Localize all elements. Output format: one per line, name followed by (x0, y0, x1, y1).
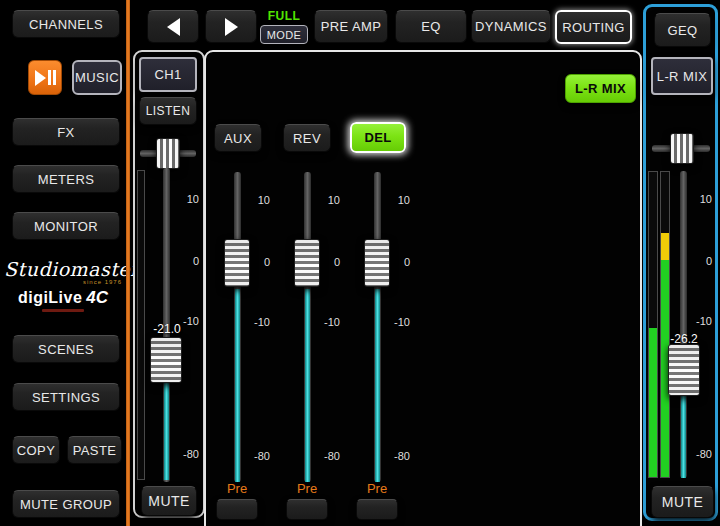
settings-label: SETTINGS (32, 390, 100, 405)
send-aux-pre-button[interactable] (216, 499, 258, 520)
channel-mute-label: MUTE (148, 493, 189, 509)
scenes-button[interactable]: SCENES (12, 335, 120, 363)
master-mute-label: MUTE (662, 494, 703, 510)
master-meter-right (660, 171, 670, 478)
brand-logo: Studiomaster since 1976 digiLive4C (4, 258, 122, 312)
bus-aux-button[interactable]: AUX (214, 124, 262, 152)
channels-label: CHANNELS (29, 17, 103, 32)
right-arrow-icon (225, 18, 238, 36)
scenes-label: SCENES (38, 342, 94, 357)
mode-button[interactable]: MODE (260, 25, 308, 44)
play-pause-button[interactable] (28, 60, 62, 95)
master-scale-plus10: 10 (684, 193, 712, 205)
channel-scale-zero: 0 (165, 255, 199, 267)
send-del-pre-label: Pre (357, 481, 397, 496)
sidebar-divider (126, 0, 130, 526)
channel-scale-minus80: -80 (165, 448, 199, 460)
listen-label: LISTEN (146, 104, 190, 118)
mode-state-label: FULL (258, 9, 310, 23)
lr-mix-assign-label: L-R MIX (575, 81, 626, 96)
sidebar: CHANNELS MUSIC FX METERS MONITOR Studiom… (0, 0, 126, 526)
send-aux-pre-label: Pre (217, 481, 257, 496)
send-rev-scale-zero: 0 (312, 256, 340, 268)
send-aux-scale-minus80: -80 (242, 450, 270, 462)
tab-routing[interactable]: ROUTING (555, 10, 632, 44)
send-del-scale-plus10: 10 (382, 194, 410, 206)
geq-button[interactable]: GEQ (654, 13, 711, 47)
master-meter-left (648, 171, 658, 478)
master-scale-minus80: -80 (684, 448, 712, 460)
product-tagline-decoration (42, 309, 84, 312)
send-del-scale-minus80: -80 (382, 450, 410, 462)
master-scale-zero: 0 (684, 255, 712, 267)
channels-button[interactable]: CHANNELS (12, 10, 120, 38)
channel-pan-knob[interactable] (156, 138, 180, 169)
channel-scale-minus10: -10 (165, 315, 199, 327)
master-fader-knob[interactable] (668, 344, 700, 396)
tab-eq[interactable]: EQ (395, 10, 467, 43)
mode-label: MODE (267, 29, 302, 41)
channel-mute-button[interactable]: MUTE (141, 486, 197, 516)
channel-name-label: CH1 (154, 67, 181, 82)
pre-amp-label: PRE AMP (321, 19, 382, 34)
monitor-button[interactable]: MONITOR (12, 212, 120, 240)
paste-label: PASTE (73, 443, 117, 458)
tab-pre-amp[interactable]: PRE AMP (314, 10, 388, 43)
copy-label: COPY (17, 443, 55, 458)
channel-name-button[interactable]: CH1 (139, 57, 197, 92)
send-rev-fader-fill (305, 289, 310, 482)
routing-panel: L-R MIX AUX REV DEL 10 0 -10 -80 Pre 10 … (204, 50, 642, 526)
bus-aux-label: AUX (224, 131, 252, 146)
lr-mix-assign-button[interactable]: L-R MIX (565, 74, 636, 103)
master-scale-minus10: -10 (684, 315, 712, 327)
bus-rev-button[interactable]: REV (283, 124, 331, 152)
mute-group-label: MUTE GROUP (20, 497, 112, 512)
send-del-pre-button[interactable] (356, 499, 398, 520)
settings-button[interactable]: SETTINGS (12, 383, 120, 411)
eq-label: EQ (421, 19, 441, 34)
channel-fader-fill (164, 382, 169, 480)
master-strip: GEQ L-R MIX -26.2 10 0 -10 -80 MUTE (643, 4, 718, 521)
bus-del-label: DEL (364, 130, 391, 145)
studiomaster-logo: Studiomaster (4, 258, 140, 280)
send-rev-scale-minus80: -80 (312, 450, 340, 462)
send-aux-scale-zero: 0 (242, 256, 270, 268)
send-aux-scale-plus10: 10 (242, 194, 270, 206)
send-rev-scale-plus10: 10 (312, 194, 340, 206)
bus-del-button[interactable]: DEL (350, 122, 406, 153)
product-logo: digiLive4C (4, 288, 122, 312)
dynamics-label: DYNAMICS (475, 19, 547, 34)
music-button[interactable]: MUSIC (72, 60, 122, 95)
meters-label: METERS (38, 172, 95, 187)
monitor-label: MONITOR (34, 219, 98, 234)
master-fader-fill (681, 394, 686, 478)
play-pause-icon (35, 70, 56, 86)
channel-strip: CH1 LISTEN -21.0 10 0 -10 -80 MUTE (133, 50, 205, 518)
tab-dynamics[interactable]: DYNAMICS (471, 10, 551, 43)
send-aux-fader-fill (235, 289, 240, 482)
left-arrow-icon (167, 18, 180, 36)
music-label: MUSIC (75, 70, 119, 85)
copy-button[interactable]: COPY (12, 436, 60, 464)
fx-button[interactable]: FX (12, 118, 120, 146)
next-channel-button[interactable] (205, 10, 257, 43)
master-name-label: L-R MIX (657, 69, 707, 84)
channel-fader-knob[interactable] (150, 337, 182, 383)
channel-scale-plus10: 10 (165, 193, 199, 205)
mixer-app: { "colors": { "accent_orange": "#ee7a1e"… (0, 0, 720, 526)
master-pan-knob[interactable] (670, 133, 694, 164)
send-rev-pre-button[interactable] (286, 499, 328, 520)
paste-button[interactable]: PASTE (67, 436, 122, 464)
routing-label: ROUTING (562, 20, 625, 35)
prev-channel-button[interactable] (147, 10, 199, 43)
mute-group-button[interactable]: MUTE GROUP (12, 490, 120, 518)
bus-rev-label: REV (293, 131, 321, 146)
master-mute-button[interactable]: MUTE (651, 486, 714, 518)
geq-label: GEQ (667, 23, 697, 38)
send-del-scale-zero: 0 (382, 256, 410, 268)
meters-button[interactable]: METERS (12, 165, 120, 193)
listen-button[interactable]: LISTEN (139, 97, 197, 125)
send-del-scale-minus10: -10 (382, 316, 410, 328)
send-rev-scale-minus10: -10 (312, 316, 340, 328)
master-name-button[interactable]: L-R MIX (651, 57, 713, 95)
